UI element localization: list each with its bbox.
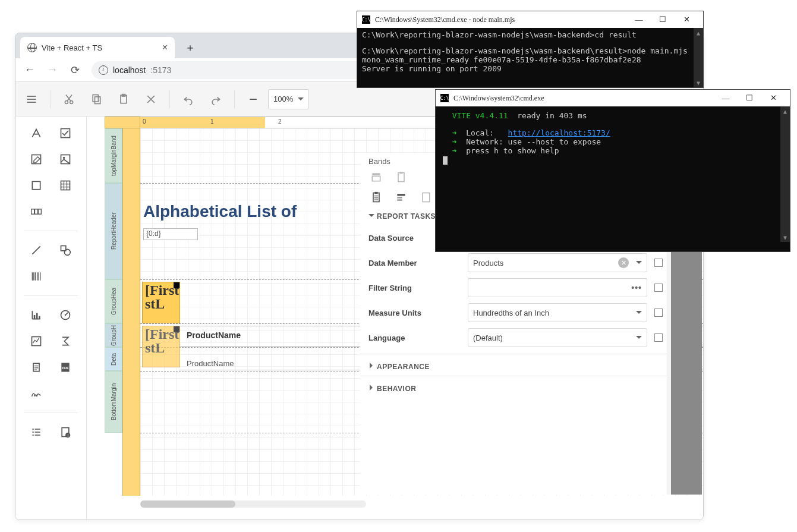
terminal-node: C:\ C:\Windows\System32\cmd.exe - node m… bbox=[357, 11, 704, 88]
ellipsis-icon: ••• bbox=[631, 283, 642, 292]
measure-units-select[interactable]: Hundredths of an Inch bbox=[468, 303, 647, 322]
svg-rect-3 bbox=[95, 96, 100, 103]
forward-button[interactable]: → bbox=[46, 64, 58, 76]
terminal-body[interactable]: C:\Work\reporting-blazor-wasm-nodejs\was… bbox=[357, 28, 703, 87]
svg-rect-2 bbox=[93, 95, 98, 102]
toc-tool-icon[interactable] bbox=[28, 424, 45, 440]
svg-text:PDF: PDF bbox=[62, 366, 69, 370]
productname-header[interactable]: ProductName bbox=[187, 330, 241, 340]
svg-rect-34 bbox=[375, 192, 378, 194]
band-icon-4[interactable] bbox=[395, 191, 408, 204]
browser-tab[interactable]: Vite + React + TS × bbox=[20, 37, 175, 58]
undo-icon[interactable] bbox=[176, 87, 201, 112]
maximize-button[interactable]: ☐ bbox=[651, 11, 675, 28]
section-behavior[interactable]: BEHAVIOR bbox=[368, 385, 663, 393]
redo-icon[interactable] bbox=[203, 87, 228, 112]
close-button[interactable]: ✕ bbox=[675, 11, 698, 28]
barcode-tool-icon[interactable] bbox=[28, 268, 45, 285]
terminal-body[interactable]: VITE v4.4.11 ready in 403 ms ➜ Local: ht… bbox=[436, 106, 790, 242]
terminal-titlebar[interactable]: C:\ C:\Windows\system32\cmd.exe — ☐ ✕ bbox=[436, 90, 790, 106]
chevron-down-icon bbox=[636, 311, 642, 317]
copy-icon[interactable] bbox=[84, 87, 109, 112]
reset-box[interactable] bbox=[654, 284, 663, 292]
shape-tool-icon[interactable] bbox=[57, 242, 74, 259]
terminal-vite: C:\ C:\Windows\system32\cmd.exe — ☐ ✕ VI… bbox=[435, 89, 790, 252]
new-tab-button[interactable]: ＋ bbox=[182, 39, 199, 56]
data-member-select[interactable]: Products✕ bbox=[468, 253, 647, 272]
table-tool-icon[interactable] bbox=[57, 177, 74, 194]
band-groupheader2[interactable]: GroupH bbox=[105, 323, 122, 347]
sum-tool-icon[interactable] bbox=[57, 333, 74, 350]
productname-cell[interactable]: ProductName bbox=[187, 359, 234, 368]
terminal-titlebar[interactable]: C:\ C:\Windows\System32\cmd.exe - node m… bbox=[357, 11, 703, 28]
charcomb-tool-icon[interactable] bbox=[28, 203, 45, 220]
menu-icon[interactable] bbox=[19, 87, 44, 112]
svg-rect-35 bbox=[397, 194, 405, 196]
svg-rect-32 bbox=[400, 172, 403, 174]
band-reportheader[interactable]: ReportHeader bbox=[105, 183, 122, 279]
svg-rect-36 bbox=[397, 197, 402, 199]
site-info-icon[interactable] bbox=[99, 65, 108, 75]
reload-button[interactable]: ⟳ bbox=[69, 64, 81, 76]
terminal-scrollbar[interactable]: ▲▼ bbox=[780, 106, 790, 242]
band-icon-5[interactable] bbox=[420, 191, 433, 204]
paste-icon[interactable] bbox=[111, 87, 136, 112]
minimize-button[interactable]: — bbox=[714, 90, 738, 106]
band-topmargin[interactable]: topMarginBand bbox=[105, 128, 122, 183]
language-select[interactable]: (Default) bbox=[468, 328, 647, 347]
sparkline-tool-icon[interactable] bbox=[28, 333, 45, 350]
band-icon-2[interactable] bbox=[395, 171, 408, 184]
firstletter-box-2[interactable]: [First stL bbox=[142, 326, 180, 367]
date-expression-label[interactable]: {0:d} bbox=[143, 228, 198, 240]
band-detail[interactable]: Deta bbox=[105, 347, 122, 371]
svg-point-9 bbox=[63, 157, 65, 159]
chart-tool-icon[interactable] bbox=[28, 307, 45, 323]
cut-icon[interactable] bbox=[56, 87, 81, 112]
close-button[interactable]: ✕ bbox=[761, 90, 785, 106]
svg-rect-18 bbox=[36, 313, 38, 319]
svg-rect-11 bbox=[61, 181, 70, 190]
signature-tool-icon[interactable] bbox=[28, 385, 45, 402]
panel-tool-icon[interactable] bbox=[28, 177, 45, 194]
reset-box[interactable] bbox=[654, 333, 663, 342]
reset-box[interactable] bbox=[654, 309, 663, 317]
zoom-select[interactable]: 100% bbox=[268, 89, 309, 109]
url-host: localhost bbox=[113, 65, 146, 75]
ruler-vertical[interactable] bbox=[122, 128, 140, 496]
richtext-tool-icon[interactable] bbox=[28, 151, 45, 168]
minimize-button[interactable]: — bbox=[627, 11, 651, 28]
gauge-tool-icon[interactable] bbox=[57, 307, 74, 323]
picture-tool-icon[interactable] bbox=[57, 151, 74, 168]
band-bottommargin[interactable]: BottomMargin bbox=[105, 371, 122, 433]
svg-rect-10 bbox=[32, 181, 40, 189]
zoom-out-icon[interactable] bbox=[241, 87, 266, 112]
clear-icon[interactable]: ✕ bbox=[618, 257, 629, 268]
close-icon[interactable]: × bbox=[162, 42, 168, 53]
checkbox-tool-icon[interactable] bbox=[57, 125, 74, 141]
delete-icon[interactable] bbox=[138, 87, 163, 112]
terminal-scrollbar[interactable]: ▲▼ bbox=[694, 28, 703, 87]
line-tool-icon[interactable] bbox=[28, 242, 45, 259]
pdf-tool-icon[interactable]: PDF bbox=[57, 359, 74, 376]
back-button[interactable]: ← bbox=[24, 64, 36, 76]
maximize-button[interactable]: ☐ bbox=[738, 90, 761, 106]
band-icon-1[interactable] bbox=[370, 171, 383, 184]
filter-string-input[interactable]: ••• bbox=[468, 278, 647, 297]
clipboard-tool-icon[interactable] bbox=[28, 359, 45, 376]
svg-rect-6 bbox=[61, 129, 70, 138]
svg-rect-37 bbox=[397, 199, 402, 201]
report-title-label[interactable]: Alphabetical List of bbox=[143, 202, 297, 221]
terminal-title: C:\Windows\system32\cmd.exe bbox=[453, 94, 544, 103]
svg-rect-19 bbox=[39, 316, 40, 319]
band-groupheader[interactable]: GroupHea bbox=[105, 279, 122, 323]
label-tool-icon[interactable] bbox=[28, 125, 45, 141]
firstletter-box-1[interactable]: [First stL bbox=[142, 282, 180, 323]
cmd-icon: C:\ bbox=[362, 15, 370, 24]
reset-box[interactable] bbox=[654, 259, 663, 267]
section-appearance[interactable]: APPEARANCE bbox=[368, 363, 663, 371]
svg-rect-12 bbox=[31, 209, 34, 214]
band-icon-3[interactable] bbox=[370, 191, 383, 204]
horizontal-scrollbar[interactable] bbox=[140, 500, 366, 508]
svg-rect-17 bbox=[34, 315, 36, 319]
pageinfo-tool-icon[interactable]: i bbox=[57, 424, 74, 440]
